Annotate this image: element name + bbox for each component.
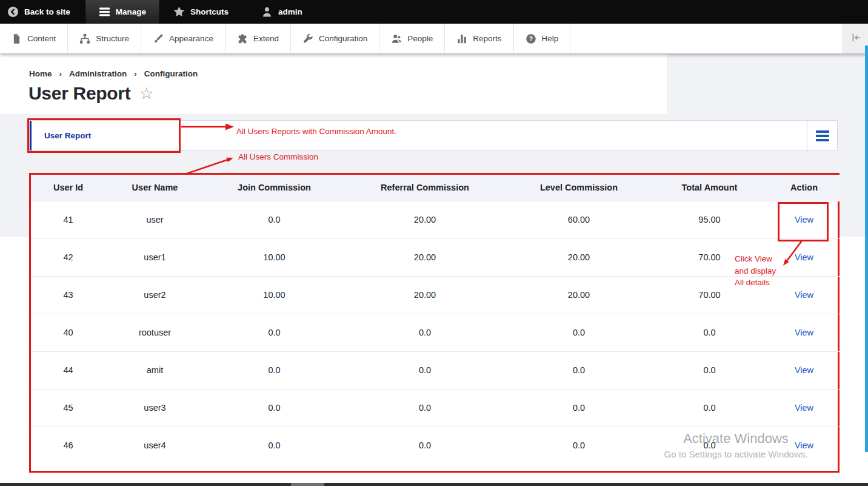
favorite-star-icon[interactable]: ☆: [139, 86, 153, 102]
annotation-table-note: All Users Commission: [238, 152, 318, 161]
cell-user-name: amit: [105, 351, 204, 389]
breadcrumb: Home › Administration › Configuration: [29, 69, 198, 78]
wrench-icon: [302, 33, 313, 44]
cell-user-name: user2: [105, 276, 204, 314]
annotation-tab-note: All Users Reports with Commission Amount…: [236, 127, 396, 136]
toolbar-item-content[interactable]: Content: [0, 24, 68, 53]
header-right-background-panel: [667, 54, 868, 115]
cell-action: View: [767, 314, 841, 351]
menu-bar-icon: [816, 130, 829, 133]
toolbar-item-structure[interactable]: Structure: [68, 24, 141, 53]
cell-referral-commission: 20.00: [344, 238, 506, 276]
view-link[interactable]: View: [795, 252, 813, 262]
toolbar-item-appearance[interactable]: Appearance: [141, 24, 225, 53]
cell-total-amount: 95.00: [652, 201, 767, 238]
view-link[interactable]: View: [795, 290, 813, 300]
user-report-table-card: User Id User Name Join Commission Referr…: [29, 173, 840, 473]
toolbar-item-label: Configuration: [319, 34, 367, 43]
cell-level-commission: 0.0: [506, 389, 652, 427]
question-icon: ?: [526, 33, 536, 44]
cell-action: View: [767, 276, 841, 314]
shortcuts-tab[interactable]: Shortcuts: [164, 0, 238, 24]
back-to-site-button[interactable]: Back to site: [0, 0, 80, 24]
paintbrush-icon: [153, 33, 164, 44]
cell-join-commission: 0.0: [204, 389, 344, 427]
toolbar-item-label: Structure: [96, 34, 129, 43]
admin-toolbar: Back to site Manage Shortcuts admin: [0, 0, 868, 24]
collapse-left-icon: [850, 32, 861, 46]
hamburger-icon: [99, 7, 110, 17]
cell-user-id: 46: [31, 427, 105, 464]
cell-total-amount: 0.0: [652, 389, 767, 427]
view-link[interactable]: View: [795, 328, 813, 337]
toolbar-item-help[interactable]: ? Help: [514, 24, 571, 53]
breadcrumb-configuration[interactable]: Configuration: [144, 69, 198, 78]
back-to-site-label: Back to site: [24, 7, 70, 16]
star-icon: [173, 6, 185, 18]
toolbar-item-label: People: [407, 34, 433, 43]
table-row: 46 user4 0.0 0.0 0.0 0.0 View: [31, 427, 841, 464]
cell-user-name: user3: [105, 389, 204, 427]
cell-join-commission: 0.0: [204, 201, 344, 238]
cell-join-commission: 0.0: [204, 351, 344, 389]
cell-join-commission: 10.00: [204, 276, 344, 314]
annotation-view-note-line: and display: [735, 265, 776, 277]
annotation-view-note: Click View and display All details: [735, 253, 776, 289]
tabs-menu-button[interactable]: [807, 121, 837, 150]
cell-level-commission: 60.00: [506, 201, 652, 238]
table-row: 45 user3 0.0 0.0 0.0 0.0 View: [31, 389, 841, 427]
cell-action: View: [767, 427, 841, 464]
table-row: 42 user1 10.00 20.00 20.00 70.00 View: [31, 238, 841, 276]
view-link[interactable]: View: [795, 365, 813, 375]
user-report-table: User Id User Name Join Commission Referr…: [31, 175, 841, 464]
cell-user-id: 43: [31, 276, 105, 314]
tab-user-report[interactable]: User Report: [30, 121, 180, 150]
toolbar-item-configuration[interactable]: Configuration: [291, 24, 379, 53]
table-row: 44 amit 0.0 0.0 0.0 0.0 View: [31, 351, 841, 389]
cell-total-amount: 0.0: [652, 351, 767, 389]
admin-user-menu[interactable]: admin: [252, 0, 312, 24]
bar-chart-icon: [456, 33, 467, 44]
cell-user-id: 41: [31, 201, 105, 238]
cell-user-name: user1: [105, 238, 204, 276]
person-icon: [261, 6, 273, 18]
toolbar-collapse-button[interactable]: [843, 24, 868, 53]
cell-user-id: 42: [31, 238, 105, 276]
cell-user-id: 44: [31, 351, 105, 389]
toolbar-spacer: [570, 24, 843, 53]
menu-bar-icon: [816, 139, 829, 141]
header-level-commission: Level Commission: [506, 175, 652, 201]
toolbar-item-extend[interactable]: Extend: [225, 24, 291, 53]
table-row: 41 user 0.0 20.00 60.00 95.00 View: [31, 201, 841, 238]
tabs-bar: User Report: [29, 120, 838, 151]
admin-user-label: admin: [278, 7, 302, 16]
toolbar-item-reports[interactable]: Reports: [445, 24, 513, 53]
cell-referral-commission: 0.0: [344, 427, 506, 464]
breadcrumb-administration[interactable]: Administration: [69, 69, 127, 78]
manage-tab[interactable]: Manage: [85, 0, 160, 24]
table-header-row: User Id User Name Join Commission Referr…: [31, 175, 841, 201]
cell-referral-commission: 0.0: [344, 351, 506, 389]
shortcuts-label: Shortcuts: [190, 7, 229, 16]
toolbar-item-people[interactable]: People: [379, 24, 445, 53]
cell-level-commission: 20.00: [506, 276, 652, 314]
cell-user-name: rootuser: [105, 314, 204, 351]
table-row: 40 rootuser 0.0 0.0 0.0 0.0 View: [31, 314, 841, 351]
header-total-amount: Total Amount: [652, 175, 767, 201]
cell-total-amount: 0.0: [652, 427, 767, 464]
cell-referral-commission: 0.0: [344, 314, 506, 351]
view-link[interactable]: View: [795, 440, 813, 450]
header-referral-commission: Referral Commission: [344, 175, 506, 201]
cell-join-commission: 0.0: [204, 427, 344, 464]
page-title: User Report ☆: [28, 83, 153, 104]
breadcrumb-home[interactable]: Home: [29, 69, 52, 78]
table-row: 43 user2 10.00 20.00 20.00 70.00 View: [31, 276, 841, 314]
bottom-edge-highlight: [291, 483, 324, 486]
cell-user-name: user4: [105, 427, 204, 464]
table-body: 41 user 0.0 20.00 60.00 95.00 View 42 us…: [31, 201, 841, 464]
people-icon: [391, 33, 402, 44]
view-link[interactable]: View: [795, 215, 813, 224]
cell-user-id: 45: [31, 389, 105, 427]
view-link[interactable]: View: [795, 403, 813, 413]
cell-action: View: [767, 351, 841, 389]
